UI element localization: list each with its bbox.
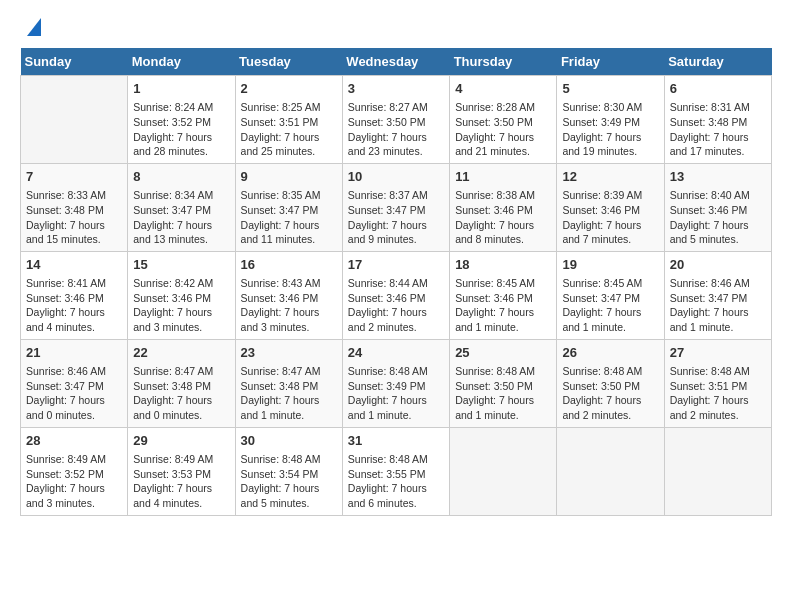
cell-content: Sunrise: 8:31 AM Sunset: 3:48 PM Dayligh… [670, 100, 766, 159]
calendar-cell: 10Sunrise: 8:37 AM Sunset: 3:47 PM Dayli… [342, 163, 449, 251]
calendar-cell: 27Sunrise: 8:48 AM Sunset: 3:51 PM Dayli… [664, 339, 771, 427]
day-number: 9 [241, 168, 337, 186]
day-number: 1 [133, 80, 229, 98]
day-number: 13 [670, 168, 766, 186]
day-number: 24 [348, 344, 444, 362]
day-number: 5 [562, 80, 658, 98]
day-number: 12 [562, 168, 658, 186]
svg-marker-0 [27, 18, 41, 36]
day-number: 7 [26, 168, 122, 186]
header-saturday: Saturday [664, 48, 771, 76]
calendar-cell: 16Sunrise: 8:43 AM Sunset: 3:46 PM Dayli… [235, 251, 342, 339]
calendar-cell: 31Sunrise: 8:48 AM Sunset: 3:55 PM Dayli… [342, 427, 449, 515]
day-number: 31 [348, 432, 444, 450]
cell-content: Sunrise: 8:43 AM Sunset: 3:46 PM Dayligh… [241, 276, 337, 335]
day-number: 11 [455, 168, 551, 186]
cell-content: Sunrise: 8:46 AM Sunset: 3:47 PM Dayligh… [26, 364, 122, 423]
cell-content: Sunrise: 8:47 AM Sunset: 3:48 PM Dayligh… [241, 364, 337, 423]
week-row-3: 21Sunrise: 8:46 AM Sunset: 3:47 PM Dayli… [21, 339, 772, 427]
day-number: 15 [133, 256, 229, 274]
cell-content: Sunrise: 8:47 AM Sunset: 3:48 PM Dayligh… [133, 364, 229, 423]
cell-content: Sunrise: 8:48 AM Sunset: 3:55 PM Dayligh… [348, 452, 444, 511]
cell-content: Sunrise: 8:48 AM Sunset: 3:49 PM Dayligh… [348, 364, 444, 423]
calendar-cell: 6Sunrise: 8:31 AM Sunset: 3:48 PM Daylig… [664, 76, 771, 164]
cell-content: Sunrise: 8:41 AM Sunset: 3:46 PM Dayligh… [26, 276, 122, 335]
calendar-cell: 4Sunrise: 8:28 AM Sunset: 3:50 PM Daylig… [450, 76, 557, 164]
calendar-cell: 2Sunrise: 8:25 AM Sunset: 3:51 PM Daylig… [235, 76, 342, 164]
week-row-2: 14Sunrise: 8:41 AM Sunset: 3:46 PM Dayli… [21, 251, 772, 339]
calendar-cell: 12Sunrise: 8:39 AM Sunset: 3:46 PM Dayli… [557, 163, 664, 251]
logo [20, 20, 41, 38]
day-number: 30 [241, 432, 337, 450]
day-number: 25 [455, 344, 551, 362]
cell-content: Sunrise: 8:45 AM Sunset: 3:46 PM Dayligh… [455, 276, 551, 335]
cell-content: Sunrise: 8:40 AM Sunset: 3:46 PM Dayligh… [670, 188, 766, 247]
calendar-cell: 29Sunrise: 8:49 AM Sunset: 3:53 PM Dayli… [128, 427, 235, 515]
cell-content: Sunrise: 8:25 AM Sunset: 3:51 PM Dayligh… [241, 100, 337, 159]
calendar-cell: 30Sunrise: 8:48 AM Sunset: 3:54 PM Dayli… [235, 427, 342, 515]
header-friday: Friday [557, 48, 664, 76]
calendar-cell: 22Sunrise: 8:47 AM Sunset: 3:48 PM Dayli… [128, 339, 235, 427]
cell-content: Sunrise: 8:33 AM Sunset: 3:48 PM Dayligh… [26, 188, 122, 247]
day-number: 28 [26, 432, 122, 450]
cell-content: Sunrise: 8:38 AM Sunset: 3:46 PM Dayligh… [455, 188, 551, 247]
cell-content: Sunrise: 8:37 AM Sunset: 3:47 PM Dayligh… [348, 188, 444, 247]
cell-content: Sunrise: 8:49 AM Sunset: 3:52 PM Dayligh… [26, 452, 122, 511]
calendar-cell: 11Sunrise: 8:38 AM Sunset: 3:46 PM Dayli… [450, 163, 557, 251]
cell-content: Sunrise: 8:46 AM Sunset: 3:47 PM Dayligh… [670, 276, 766, 335]
calendar-table: SundayMondayTuesdayWednesdayThursdayFrid… [20, 48, 772, 516]
day-number: 22 [133, 344, 229, 362]
cell-content: Sunrise: 8:24 AM Sunset: 3:52 PM Dayligh… [133, 100, 229, 159]
day-number: 26 [562, 344, 658, 362]
page-header [20, 20, 772, 38]
day-number: 23 [241, 344, 337, 362]
day-number: 17 [348, 256, 444, 274]
cell-content: Sunrise: 8:45 AM Sunset: 3:47 PM Dayligh… [562, 276, 658, 335]
cell-content: Sunrise: 8:39 AM Sunset: 3:46 PM Dayligh… [562, 188, 658, 247]
day-number: 20 [670, 256, 766, 274]
cell-content: Sunrise: 8:48 AM Sunset: 3:54 PM Dayligh… [241, 452, 337, 511]
header-sunday: Sunday [21, 48, 128, 76]
cell-content: Sunrise: 8:44 AM Sunset: 3:46 PM Dayligh… [348, 276, 444, 335]
cell-content: Sunrise: 8:49 AM Sunset: 3:53 PM Dayligh… [133, 452, 229, 511]
calendar-cell: 21Sunrise: 8:46 AM Sunset: 3:47 PM Dayli… [21, 339, 128, 427]
calendar-cell: 5Sunrise: 8:30 AM Sunset: 3:49 PM Daylig… [557, 76, 664, 164]
header-tuesday: Tuesday [235, 48, 342, 76]
calendar-cell: 17Sunrise: 8:44 AM Sunset: 3:46 PM Dayli… [342, 251, 449, 339]
cell-content: Sunrise: 8:27 AM Sunset: 3:50 PM Dayligh… [348, 100, 444, 159]
cell-content: Sunrise: 8:35 AM Sunset: 3:47 PM Dayligh… [241, 188, 337, 247]
day-number: 18 [455, 256, 551, 274]
calendar-cell: 26Sunrise: 8:48 AM Sunset: 3:50 PM Dayli… [557, 339, 664, 427]
week-row-1: 7Sunrise: 8:33 AM Sunset: 3:48 PM Daylig… [21, 163, 772, 251]
cell-content: Sunrise: 8:42 AM Sunset: 3:46 PM Dayligh… [133, 276, 229, 335]
calendar-cell: 23Sunrise: 8:47 AM Sunset: 3:48 PM Dayli… [235, 339, 342, 427]
calendar-cell: 20Sunrise: 8:46 AM Sunset: 3:47 PM Dayli… [664, 251, 771, 339]
day-number: 29 [133, 432, 229, 450]
calendar-cell: 28Sunrise: 8:49 AM Sunset: 3:52 PM Dayli… [21, 427, 128, 515]
cell-content: Sunrise: 8:48 AM Sunset: 3:51 PM Dayligh… [670, 364, 766, 423]
day-number: 14 [26, 256, 122, 274]
calendar-cell: 15Sunrise: 8:42 AM Sunset: 3:46 PM Dayli… [128, 251, 235, 339]
day-number: 19 [562, 256, 658, 274]
day-number: 8 [133, 168, 229, 186]
calendar-cell: 24Sunrise: 8:48 AM Sunset: 3:49 PM Dayli… [342, 339, 449, 427]
calendar-cell: 9Sunrise: 8:35 AM Sunset: 3:47 PM Daylig… [235, 163, 342, 251]
calendar-cell: 3Sunrise: 8:27 AM Sunset: 3:50 PM Daylig… [342, 76, 449, 164]
week-row-0: 1Sunrise: 8:24 AM Sunset: 3:52 PM Daylig… [21, 76, 772, 164]
day-number: 16 [241, 256, 337, 274]
header-monday: Monday [128, 48, 235, 76]
calendar-cell [21, 76, 128, 164]
calendar-cell [450, 427, 557, 515]
day-number: 6 [670, 80, 766, 98]
calendar-cell: 25Sunrise: 8:48 AM Sunset: 3:50 PM Dayli… [450, 339, 557, 427]
day-number: 3 [348, 80, 444, 98]
calendar-cell [557, 427, 664, 515]
calendar-cell: 19Sunrise: 8:45 AM Sunset: 3:47 PM Dayli… [557, 251, 664, 339]
week-row-4: 28Sunrise: 8:49 AM Sunset: 3:52 PM Dayli… [21, 427, 772, 515]
logo-triangle-icon [23, 18, 41, 36]
header-thursday: Thursday [450, 48, 557, 76]
calendar-cell: 8Sunrise: 8:34 AM Sunset: 3:47 PM Daylig… [128, 163, 235, 251]
calendar-cell: 18Sunrise: 8:45 AM Sunset: 3:46 PM Dayli… [450, 251, 557, 339]
header-wednesday: Wednesday [342, 48, 449, 76]
day-number: 10 [348, 168, 444, 186]
